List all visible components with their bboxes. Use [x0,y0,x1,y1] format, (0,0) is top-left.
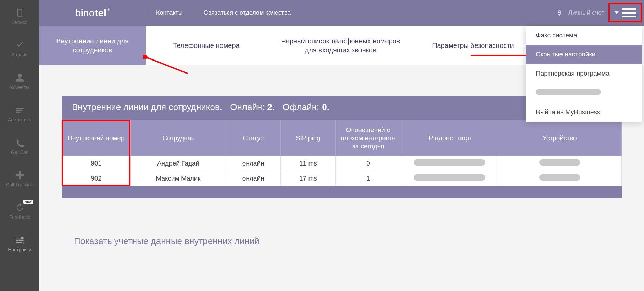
account-label: Личный счет [568,9,604,16]
tab-blacklist[interactable]: Черный список телефонных номеров для вхо… [267,26,414,65]
dollar-icon [555,9,564,17]
redacted-text [539,159,580,166]
cell-ping: 17 ms [281,171,336,186]
tab-label: Черный список телефонных номеров для вхо… [277,37,405,54]
sidebar-item-label: Звонки [12,19,27,25]
cell-alerts: 0 [336,156,401,171]
col-ext: Внутренний номер [62,120,131,156]
col-alerts: Оповещений о плохом интернете за сегодня [336,120,401,156]
sidebar-item-analytics[interactable]: Аналитика [0,97,39,130]
refresh-icon [15,203,25,212]
online-label: Онлайн: [230,102,264,113]
logo-part1: bino [75,7,95,19]
sidebar-item-calltracking[interactable]: Call Tracking [0,162,39,195]
main-dropdown-menu: Факс система Скрытые настройки Партнерск… [526,26,642,122]
dropdown-redacted[interactable] [526,83,642,103]
sidebar-item-calls[interactable]: Звонки [0,0,39,32]
sidebar-item-label: Feedback [9,214,30,220]
redacted-text [539,174,580,181]
cell-employee: Андрей Гадай [131,156,226,171]
account-link[interactable]: Личный счет [555,9,604,17]
redacted-text [414,159,485,166]
redacted-text [414,174,485,181]
bars-icon [15,105,25,115]
sidebar-item-getcall[interactable]: Get Call [0,130,39,162]
new-badge: NEW [23,200,33,204]
table-row[interactable]: 902 Максим Малик онлайн 17 ms 1 [62,171,622,186]
menu-button[interactable] [622,8,636,17]
user-icon [15,73,25,82]
sidebar-item-label: Настройки [8,247,31,252]
panel-title: Внутренние линии для сотрудников. [72,102,222,113]
logo-part2: tel [94,7,106,19]
show-credentials-link[interactable]: Показать учетные данные внутренних линий [62,236,622,247]
cell-employee: Максим Малик [131,171,226,186]
dropdown-partner[interactable]: Партнерская программа [526,64,642,83]
check-icon [15,40,25,50]
dropdown-fax[interactable]: Факс система [526,26,642,45]
cell-ip [401,156,498,171]
col-ping: SIP ping [281,120,336,156]
sidebar-item-feedback[interactable]: NEW Feedback [0,195,39,227]
plus-icon [15,170,25,180]
tab-internal-lines[interactable]: Внутренние линии для сотрудников [39,26,146,65]
tab-label: Параметры безопасности [432,41,514,50]
col-status: Статус [226,120,281,156]
col-device: Устройство [498,120,621,156]
cell-ip [401,171,498,186]
sidebar-item-clients[interactable]: Клиенты [0,65,39,97]
table-row[interactable]: 901 Андрей Гадай онлайн 11 ms 0 [62,156,622,171]
sidebar-item-label: Get Call [11,149,28,155]
cell-ping: 11 ms [281,156,336,171]
cell-ext: 902 [62,171,131,186]
sidebar-item-label: Задачи [12,52,28,57]
logo[interactable]: binotel® [39,7,146,19]
cell-status: онлайн [226,171,281,186]
left-sidebar: Звонки Задачи Клиенты Аналитика Get Call… [0,0,39,291]
sidebar-item-label: Call Tracking [6,182,34,187]
chevron-down-icon [615,10,619,16]
tab-phone-numbers[interactable]: Телефонные номера [146,26,267,65]
cell-device [498,156,621,171]
cell-alerts: 1 [336,171,401,186]
phone-icon [15,8,25,17]
dropdown-logout[interactable]: Выйти из MyBusiness [526,103,642,122]
handset-icon [15,138,25,147]
nav-contacts[interactable]: Контакты [146,9,193,16]
cell-ext: 901 [62,156,131,171]
sliders-icon [15,235,25,245]
nav-quality[interactable]: Связаться с отделом качества [193,9,301,16]
offline-value: 0. [322,102,329,113]
tab-label: Телефонные номера [173,41,239,50]
sidebar-item-tasks[interactable]: Задачи [0,32,39,65]
sidebar-item-label: Аналитика [8,117,31,122]
lines-table: Внутренний номер Сотрудник Статус SIP pi… [62,120,622,186]
cell-device [498,171,621,186]
table-header-row: Внутренний номер Сотрудник Статус SIP pi… [62,120,622,156]
col-ip: IP адрес : порт [401,120,498,156]
tab-label: Внутренние линии для сотрудников [48,37,137,54]
dropdown-hidden-settings[interactable]: Скрытые настройки [526,45,642,64]
online-value: 2. [267,102,275,113]
offline-label: Офлайн: [283,102,319,113]
cell-status: онлайн [226,156,281,171]
topbar: binotel® Контакты Связаться с отделом ка… [39,0,644,26]
tab-security[interactable]: Параметры безопасности [414,26,532,65]
sidebar-item-label: Клиенты [10,84,29,90]
col-employee: Сотрудник [131,120,226,156]
redacted-text [536,89,601,95]
sidebar-item-settings[interactable]: Настройки [0,227,39,260]
